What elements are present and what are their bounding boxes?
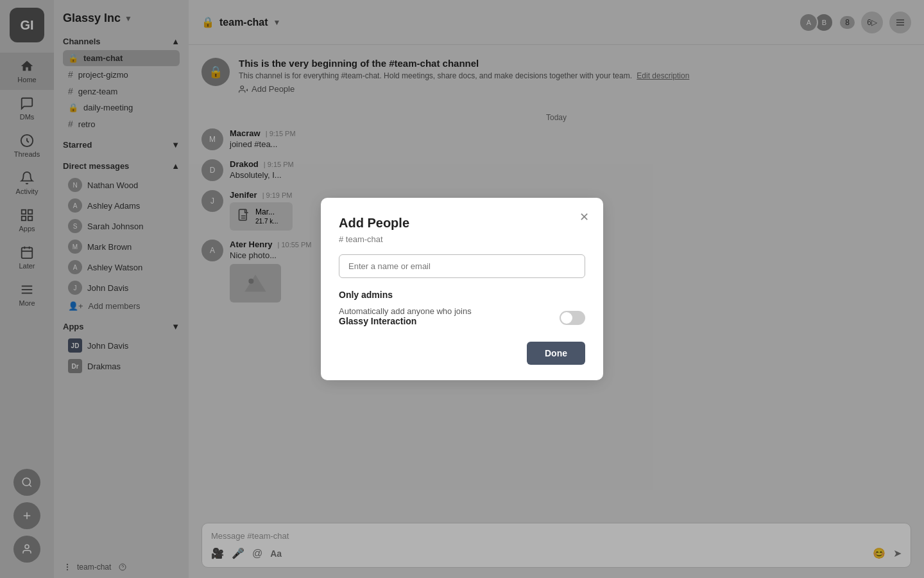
auto-add-sublabel: Glassy Interaction: [339, 316, 472, 326]
only-admins-option: Only admins: [339, 290, 585, 300]
toggle-knob: [561, 312, 572, 324]
auto-add-toggle-row: Automatically add anyone who joins Glass…: [339, 306, 585, 329]
add-people-modal: ✕ Add People # team-chat Only admins Aut…: [321, 198, 603, 380]
modal-subtitle: # team-chat: [339, 234, 585, 244]
modal-footer: Done: [339, 342, 585, 365]
auto-add-desc: Automatically add anyone who joins: [339, 306, 472, 316]
modal-overlay[interactable]: ✕ Add People # team-chat Only admins Aut…: [0, 0, 924, 578]
only-admins-label: Only admins: [339, 290, 585, 300]
modal-title: Add People: [339, 216, 585, 231]
modal-close-button[interactable]: ✕: [575, 208, 593, 226]
done-button[interactable]: Done: [527, 342, 585, 365]
auto-add-toggle[interactable]: [560, 311, 585, 325]
add-people-search-input[interactable]: [339, 254, 585, 278]
